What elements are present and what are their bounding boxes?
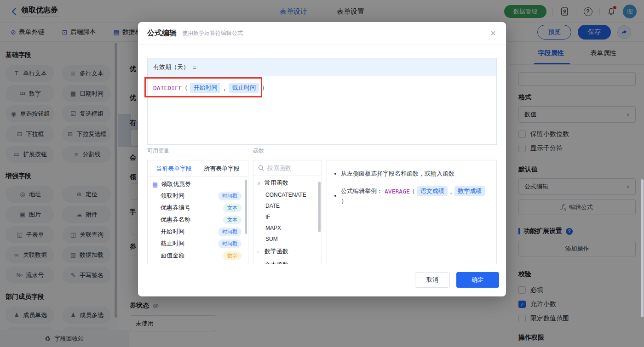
bullet-icon [334, 195, 336, 197]
tab-current-form-fields[interactable]: 当前表单字段 [156, 165, 192, 173]
caret-down-icon: ∨ [257, 181, 262, 186]
app: 领取优惠券 表单设计 表单设置 数据管理 ? 理 ⊘ 表单外链 [0, 0, 644, 347]
function-item[interactable]: DATE [253, 200, 322, 211]
formula-variable-chip[interactable]: 开始时间 [190, 83, 220, 93]
type-badge: 文本 [223, 204, 242, 212]
type-badge: 时间戳 [218, 239, 242, 248]
variable-row[interactable]: 截止时间 时间戳 [148, 238, 248, 250]
function-group-text[interactable]: › 文本函数 [253, 258, 322, 264]
form-node[interactable]: ▤ 领取优惠券 [148, 177, 248, 190]
tip-example-line: 公式编辑举例： AVERAGE( 语文成绩 , 数学成绩 ) [334, 186, 489, 205]
tips-panel: 从左侧面板选择字段名和函数，或输入函数 公式编辑举例： AVERAGE( 语文成… [327, 160, 497, 264]
function-group-math[interactable]: › 数学函数 [253, 245, 322, 258]
search-icon [258, 165, 264, 171]
formula-target-bar: 有效期（天） = [147, 58, 497, 76]
functions-scrollbar[interactable] [318, 182, 321, 232]
modal-footer: 取消 确定 [415, 272, 499, 288]
caret-right-icon: › [257, 249, 262, 254]
function-name: DATEDIFF [153, 85, 182, 91]
modal-subtitle: 使用数学运算符编辑公式 [182, 29, 243, 37]
formula-target-field: 有效期（天） [153, 63, 189, 71]
tip-line: 从左侧面板选择字段名和函数，或输入函数 [334, 170, 489, 178]
function-group-common[interactable]: ∨ 常用函数 [253, 176, 322, 189]
document-icon: ▤ [152, 181, 158, 188]
formula-editor-modal: 公式编辑 使用数学运算符编辑公式 × 有效期（天） = DATEDIFF( 开始… [138, 22, 506, 296]
example-function-name: AVERAGE [385, 188, 410, 195]
variables-scrollbar[interactable] [245, 180, 247, 234]
modal-title: 公式编辑 [147, 28, 177, 38]
window-scrollbar[interactable] [641, 179, 644, 317]
function-item[interactable]: SUM [253, 233, 322, 245]
example-variable-chip: 数学成绩 [454, 186, 485, 196]
variable-row[interactable]: 领取时间 时间戳 [148, 190, 248, 202]
caret-right-icon: › [257, 262, 262, 265]
formula-editor-area[interactable]: DATEDIFF( 开始时间 , 截止时间 ) [147, 76, 497, 145]
functions-panel: ∨ 常用函数 CONCATENATE DATE IF MAPX SUM › 数学… [253, 160, 322, 264]
type-badge: 数字 [223, 251, 242, 260]
function-item[interactable]: MAPX [253, 222, 322, 233]
variables-panel: 当前表单字段 所有表单字段 ▤ 领取优惠券 领取时间 时间戳 优惠券编号 文本 … [147, 160, 248, 264]
variable-row[interactable]: 优惠券名称 文本 [148, 214, 248, 226]
type-badge: 时间戳 [218, 192, 242, 200]
formula-expression: DATEDIFF( 开始时间 , 截止时间 ) [148, 76, 496, 93]
confirm-button[interactable]: 确定 [456, 272, 499, 288]
example-variable-chip: 语文成绩 [417, 186, 448, 196]
variables-label: 可用变量 [147, 147, 169, 155]
functions-label: 函数 [253, 147, 264, 155]
tab-all-form-fields[interactable]: 所有表单字段 [204, 165, 240, 173]
function-search [253, 160, 322, 176]
close-icon[interactable]: × [490, 28, 496, 38]
variable-row[interactable]: 面值金额 数字 [148, 250, 248, 262]
type-badge: 文本 [223, 216, 242, 224]
bullet-icon [334, 173, 336, 175]
function-search-input[interactable] [267, 165, 313, 171]
formula-variable-chip[interactable]: 截止时间 [229, 83, 259, 93]
modal-header: 公式编辑 使用数学运算符编辑公式 × [138, 22, 506, 45]
function-item[interactable]: CONCATENATE [253, 189, 322, 200]
cancel-button[interactable]: 取消 [415, 272, 450, 288]
variables-tabs: 当前表单字段 所有表单字段 [148, 160, 248, 177]
equals-sign: = [193, 64, 196, 71]
type-badge: 时间戳 [218, 228, 242, 236]
function-item[interactable]: IF [253, 211, 322, 222]
variable-row[interactable]: 优惠券编号 文本 [148, 202, 248, 214]
variable-row[interactable]: 开始时间 时间戳 [148, 226, 248, 238]
